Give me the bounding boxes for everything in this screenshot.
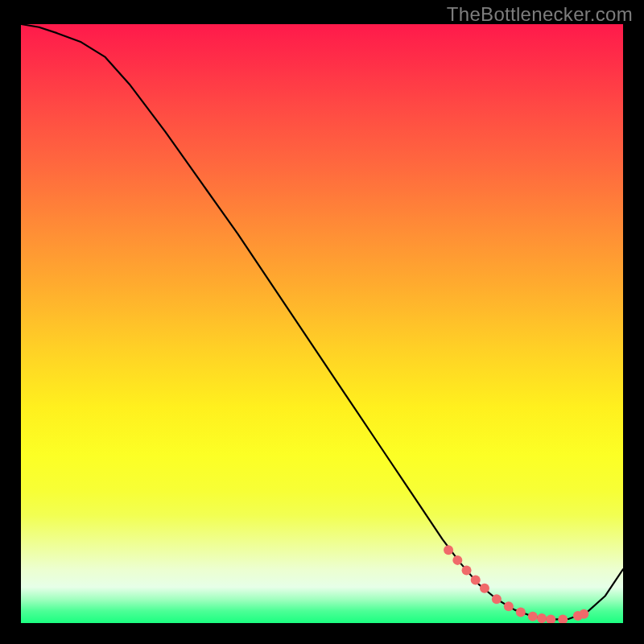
gradient-background xyxy=(21,24,623,623)
plot-area xyxy=(21,24,623,623)
watermark-text: TheBottlenecker.com xyxy=(447,3,633,26)
chart-frame: TheBottlenecker.com xyxy=(0,0,644,644)
